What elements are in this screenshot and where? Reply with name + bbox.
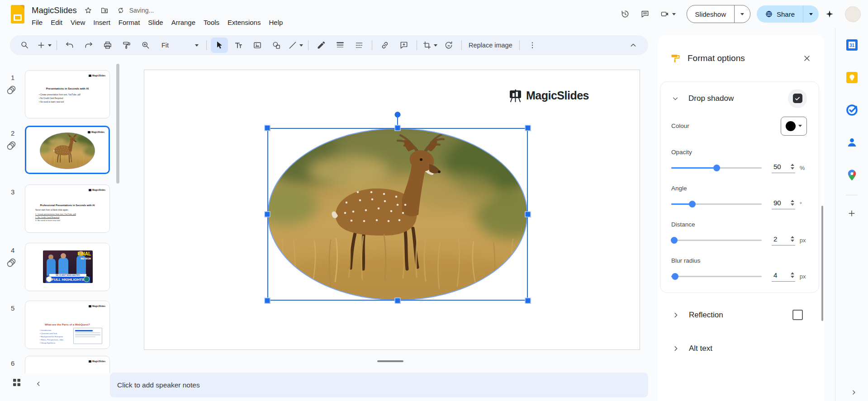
maps-icon[interactable] (845, 169, 858, 181)
redo-button[interactable] (80, 38, 97, 53)
reset-image-button[interactable] (440, 38, 457, 53)
canvas-horizontal-scrollbar[interactable] (377, 360, 403, 362)
insert-link-button[interactable] (376, 38, 394, 53)
replace-image-button[interactable]: Replace image (466, 38, 515, 53)
angle-slider[interactable] (671, 200, 762, 208)
user-avatar[interactable] (845, 6, 861, 22)
slide-thumbnail-5[interactable]: MagicSlides What are the Parts of a WebQ… (25, 301, 110, 349)
insert-shape-button[interactable] (268, 38, 285, 53)
resize-handle-n[interactable] (395, 125, 401, 131)
contacts-icon[interactable] (845, 136, 858, 149)
insert-line-button[interactable] (287, 38, 304, 53)
resize-handle-w[interactable] (265, 212, 270, 217)
slideshow-button[interactable]: Slideshow (687, 5, 750, 23)
menu-insert[interactable]: Insert (89, 18, 114, 27)
expand-side-panel-icon[interactable] (850, 388, 858, 396)
opacity-input[interactable]: 50 (772, 163, 795, 173)
transition-icon[interactable] (6, 257, 17, 268)
drop-shadow-checkbox[interactable] (788, 89, 807, 108)
slides-app-icon[interactable] (11, 5, 24, 24)
menu-help[interactable]: Help (265, 18, 287, 27)
more-options-icon[interactable] (524, 38, 541, 53)
calendar-icon[interactable]: 31 (845, 38, 858, 51)
chevron-down-icon[interactable] (671, 94, 679, 103)
print-button[interactable] (99, 38, 116, 53)
select-tool-button[interactable] (211, 38, 228, 53)
menu-slide[interactable]: Slide (144, 18, 167, 27)
insert-image-button[interactable] (249, 38, 266, 53)
search-menus-icon[interactable] (16, 38, 33, 53)
distance-input[interactable]: 2 (772, 235, 795, 245)
slide-thumbnail-4[interactable]: FINAL IND WOM IND VS WEST INDIES MASTERS… (25, 243, 110, 291)
chevron-right-icon[interactable] (672, 344, 680, 353)
tasks-icon[interactable] (845, 104, 858, 116)
zoom-in-button[interactable] (137, 38, 154, 53)
filmstrip-scrollbar[interactable] (116, 64, 119, 184)
resize-handle-e[interactable] (525, 212, 531, 217)
stepper-arrows[interactable] (791, 200, 794, 206)
meet-camera-button[interactable] (656, 5, 680, 23)
border-color-button[interactable] (313, 38, 330, 53)
menu-edit[interactable]: Edit (47, 18, 66, 27)
opacity-slider[interactable] (671, 164, 762, 171)
deer-oval-image[interactable] (267, 128, 528, 301)
undo-button[interactable] (61, 38, 78, 53)
menu-format[interactable]: Format (114, 18, 144, 27)
border-dash-button[interactable] (351, 38, 368, 53)
reflection-checkbox[interactable] (792, 310, 803, 320)
gemini-sparkle-icon[interactable] (821, 5, 839, 23)
distance-slider[interactable] (671, 236, 762, 244)
angle-input[interactable]: 90 (772, 199, 795, 209)
speaker-notes[interactable]: Click to add speaker notes (110, 373, 648, 397)
slideshow-dropdown[interactable] (735, 5, 750, 23)
transition-icon[interactable] (6, 85, 17, 95)
transition-icon[interactable] (6, 140, 17, 151)
border-weight-button[interactable] (332, 38, 349, 53)
slide-thumbnail-6[interactable]: MagicSlides (25, 356, 110, 373)
drop-shadow-label[interactable]: Drop shadow (688, 94, 734, 103)
reflection-section[interactable]: Reflection (658, 304, 825, 326)
resize-handle-se[interactable] (525, 298, 531, 304)
blur-radius-slider[interactable] (671, 273, 762, 280)
resize-handle-nw[interactable] (265, 125, 270, 131)
slide-thumbnail-3[interactable]: MagicSlides Professional Presentations i… (25, 184, 110, 233)
menu-extensions[interactable]: Extensions (223, 18, 265, 27)
collapse-toolbar-icon[interactable] (625, 38, 642, 53)
comments-icon[interactable] (636, 5, 654, 23)
chevron-right-icon[interactable] (672, 311, 680, 319)
share-dropdown[interactable] (803, 5, 819, 23)
menu-view[interactable]: View (66, 18, 89, 27)
version-history-icon[interactable] (616, 5, 634, 23)
slide-thumbnail-1[interactable]: MagicSlides Presentations in Seconds wit… (25, 70, 110, 118)
slideshow-label[interactable]: Slideshow (687, 5, 734, 23)
image-selection[interactable] (267, 128, 528, 301)
resize-handle-sw[interactable] (265, 298, 270, 304)
stepper-arrows[interactable] (791, 236, 794, 242)
slide-logo[interactable]: MagicSlides (509, 89, 589, 102)
move-to-folder-icon[interactable] (100, 5, 109, 15)
collapse-filmstrip-icon[interactable] (34, 380, 43, 388)
alt-text-label[interactable]: Alt text (689, 344, 712, 353)
keep-icon[interactable] (845, 71, 858, 84)
close-icon[interactable] (800, 52, 814, 65)
zoom-fit-dropdown[interactable]: Fit (156, 38, 202, 53)
add-button[interactable] (35, 38, 52, 53)
document-title[interactable]: MagicSlides (32, 5, 77, 15)
slide-thumbnail-2-selected[interactable]: MagicSlides (25, 126, 110, 174)
menu-arrange[interactable]: Arrange (167, 18, 199, 27)
slide-canvas[interactable]: MagicSlides (144, 70, 640, 350)
share-label[interactable]: Share (757, 5, 803, 23)
resize-handle-s[interactable] (395, 298, 401, 304)
shadow-colour-picker[interactable] (781, 117, 807, 136)
menu-tools[interactable]: Tools (199, 18, 223, 27)
panel-scrollbar[interactable] (821, 206, 823, 321)
share-button[interactable]: Share (757, 5, 819, 23)
stepper-arrows[interactable] (791, 164, 794, 170)
star-icon[interactable] (83, 5, 93, 15)
rotation-handle[interactable] (395, 112, 401, 118)
add-comment-button[interactable] (395, 38, 413, 53)
resize-handle-ne[interactable] (525, 125, 531, 131)
stepper-arrows[interactable] (791, 272, 794, 278)
alt-text-section[interactable]: Alt text (658, 337, 825, 360)
reflection-label[interactable]: Reflection (689, 311, 723, 320)
